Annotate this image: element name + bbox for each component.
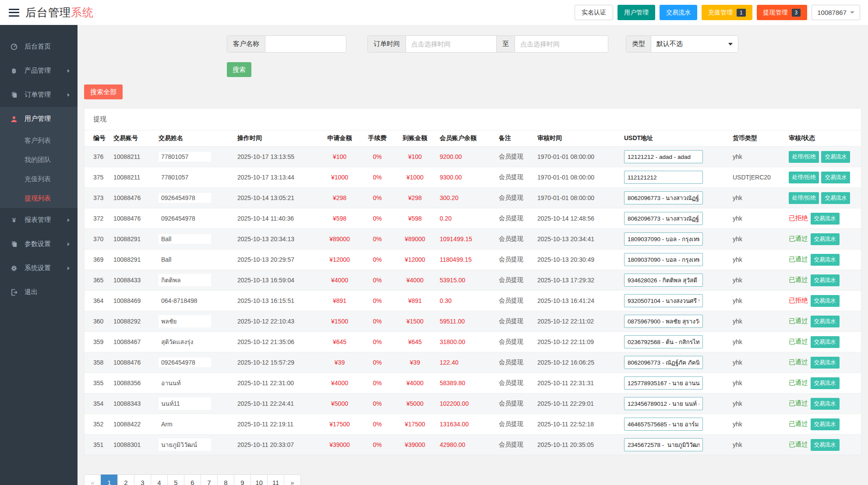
- end-time-input[interactable]: [515, 36, 608, 52]
- sidebar-item-recharge-list[interactable]: 充值列表: [0, 169, 78, 189]
- column-header: 操作时间: [234, 130, 318, 147]
- pagination-page-8[interactable]: 8: [217, 474, 234, 485]
- withdraw-management-button[interactable]: 提现管理3: [757, 5, 808, 20]
- sidebar-item-my-team[interactable]: 我的团队: [0, 150, 78, 169]
- transaction-flow-button[interactable]: 交易流水: [811, 336, 840, 348]
- usdt-address-input[interactable]: [624, 356, 703, 369]
- process-reject-button[interactable]: 处理/拒绝: [789, 172, 819, 183]
- pagination-page-2[interactable]: 2: [117, 474, 134, 485]
- transaction-flow-button[interactable]: 交易流水: [811, 274, 840, 286]
- transaction-flow-button[interactable]: 交易流水: [811, 377, 840, 389]
- pagination-page-11[interactable]: 11: [267, 474, 284, 485]
- search-all-button[interactable]: 搜索全部: [84, 84, 123, 99]
- transaction-flow-button[interactable]: 交易流水: [660, 5, 697, 20]
- pagination-page-9[interactable]: 9: [234, 474, 251, 485]
- account-dropdown[interactable]: 10087867: [812, 5, 860, 20]
- pagination-prev[interactable]: «: [84, 474, 101, 485]
- usdt-address-input[interactable]: [624, 253, 703, 266]
- transaction-flow-button[interactable]: 交易流水: [811, 439, 840, 451]
- usdt-address-input[interactable]: [624, 191, 703, 204]
- transaction-flow-button[interactable]: 交易流水: [821, 151, 850, 163]
- process-reject-button[interactable]: 处理/拒绝: [789, 151, 819, 163]
- cell-received: ¥4000: [394, 270, 436, 291]
- cell-balance: 131634.00: [436, 414, 495, 435]
- cell-address: [621, 332, 729, 352]
- cell-remark: 会员提现: [495, 270, 534, 291]
- cell-remark: 会员提现: [495, 291, 534, 311]
- usdt-address-input[interactable]: [624, 376, 703, 390]
- usdt-address-input[interactable]: [624, 397, 703, 410]
- cell-amount: ¥645: [318, 332, 361, 352]
- cell-op-time: 2025-10-14 13:05:21: [234, 188, 318, 208]
- sidebar-item-users[interactable]: 用户管理: [0, 107, 78, 131]
- status-text: 已通过: [789, 420, 808, 427]
- user-management-button[interactable]: 用户管理: [617, 5, 655, 20]
- realname-auth-button[interactable]: 实名认证: [575, 5, 613, 20]
- transaction-flow-button[interactable]: 交易流水: [811, 398, 840, 410]
- pagination-page-4[interactable]: 4: [151, 474, 168, 485]
- table-row: 35910088467สุติวัดแสงรุ่ง2025-10-12 21:3…: [85, 332, 861, 352]
- transaction-flow-button[interactable]: 交易流水: [811, 295, 840, 307]
- sidebar-item-reports[interactable]: ¥ 报表管理: [0, 208, 78, 232]
- pagination-page-6[interactable]: 6: [184, 474, 201, 485]
- start-time-input[interactable]: [406, 36, 496, 52]
- usdt-address-input[interactable]: [624, 438, 703, 451]
- cell-name: Arm: [155, 414, 234, 435]
- sidebar-item-system-settings[interactable]: 系统设置: [0, 256, 78, 280]
- cell-status: 已通过交易流水: [785, 435, 861, 455]
- transaction-flow-button[interactable]: 交易流水: [811, 357, 840, 369]
- cell-fee: 0%: [361, 250, 394, 270]
- sidebar-item-dashboard[interactable]: 后台首页: [0, 35, 78, 59]
- transaction-flow-button[interactable]: 交易流水: [811, 233, 840, 245]
- type-select[interactable]: 默认不选: [651, 36, 738, 52]
- pagination-next[interactable]: »: [284, 474, 301, 485]
- transaction-flow-button[interactable]: 交易流水: [811, 213, 840, 225]
- usdt-address-input[interactable]: [624, 212, 703, 225]
- sidebar-item-withdraw-list[interactable]: 提现列表: [0, 189, 78, 208]
- usdt-address-input[interactable]: [624, 418, 703, 431]
- usdt-address-input[interactable]: [624, 150, 703, 163]
- sidebar-item-products[interactable]: ฿ 产品管理: [0, 59, 78, 83]
- hamburger-menu-icon[interactable]: [9, 9, 19, 17]
- sidebar-item-logout[interactable]: 退出: [0, 280, 78, 304]
- transaction-flow-button[interactable]: 交易流水: [811, 316, 840, 327]
- usdt-address-input[interactable]: [624, 232, 703, 246]
- sidebar-item-customer-list[interactable]: 客户列表: [0, 131, 78, 150]
- pagination-page-1[interactable]: 1: [101, 474, 118, 485]
- sidebar-item-orders[interactable]: 订单管理: [0, 83, 78, 107]
- cell-remark: 会员提现: [495, 250, 534, 270]
- usdt-address-input[interactable]: [624, 315, 703, 328]
- cell-currency: USDT|ERC20: [729, 167, 785, 188]
- status-text: 已通过: [789, 441, 808, 448]
- usdt-address-input[interactable]: [624, 171, 703, 184]
- transaction-flow-button[interactable]: 交易流水: [811, 254, 840, 266]
- cell-account: 10088422: [110, 414, 155, 435]
- cell-op-time: 2025-10-13 16:15:51: [234, 291, 318, 311]
- sidebar-item-parameters[interactable]: 参数设置: [0, 232, 78, 256]
- usdt-address-input[interactable]: [624, 294, 703, 307]
- recharge-management-button[interactable]: 充值管理1: [702, 5, 752, 20]
- pagination-page-5[interactable]: 5: [167, 474, 184, 485]
- process-reject-button[interactable]: 处理/拒绝: [789, 192, 819, 204]
- pagination-page-3[interactable]: 3: [134, 474, 151, 485]
- pagination-page-10[interactable]: 10: [251, 474, 268, 485]
- transaction-flow-button[interactable]: 交易流水: [821, 172, 850, 183]
- cell-balance: 31800.00: [436, 332, 495, 352]
- usdt-address-input[interactable]: [624, 335, 703, 348]
- table-row: 3731008847609264549782025-10-14 13:05:21…: [85, 188, 861, 208]
- chevron-right-icon: [67, 69, 70, 73]
- cell-name: พลชัย: [155, 311, 234, 332]
- cell-name: นายภูมิวิวัฒน์: [155, 435, 234, 455]
- cell-remark: 会员提现: [495, 352, 534, 373]
- cell-amount: ¥5000: [318, 394, 361, 414]
- pagination-page-7[interactable]: 7: [201, 474, 218, 485]
- cell-name: 0926454978: [155, 352, 234, 373]
- customer-name-label: 客户名称: [227, 36, 265, 52]
- transaction-flow-button[interactable]: 交易流水: [811, 418, 840, 430]
- cell-audit-time: 1970-01-01 08:00:00: [534, 147, 621, 167]
- transaction-flow-button[interactable]: 交易流水: [821, 192, 850, 204]
- cell-status: 已通过交易流水: [785, 332, 861, 352]
- search-button[interactable]: 搜索: [227, 62, 251, 77]
- usdt-address-input[interactable]: [624, 274, 703, 287]
- customer-name-input[interactable]: [265, 36, 346, 52]
